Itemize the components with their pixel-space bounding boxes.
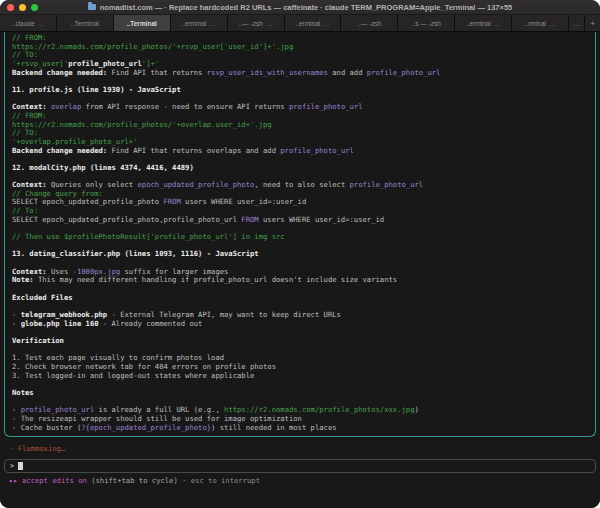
terminal-line: 3. Test logged-in and logged-out states … xyxy=(12,372,588,381)
terminal-content[interactable]: // FROM:https://r2.nomads.com/profile_ph… xyxy=(0,32,600,508)
tab[interactable]: ..Terminal xyxy=(57,15,114,31)
tab-label: ..claude xyxy=(12,20,35,27)
text-segment: Find API that returns overlaps and add xyxy=(107,146,280,155)
tab[interactable]: ..— -zsh xyxy=(341,15,398,31)
tab-bar: ..claude…..Terminal..Terminal..erminal….… xyxy=(0,15,600,32)
text-segment: Context: xyxy=(12,180,47,189)
zoom-window-button[interactable] xyxy=(31,4,38,11)
terminal-line: Context: overlap from API response - nee… xyxy=(12,103,588,112)
tab[interactable]: ..erminal… xyxy=(455,15,512,31)
text-segment: https://r2.nomads.com/profile_photos/'+r… xyxy=(12,42,293,51)
tab-overflow-indicator[interactable]: … xyxy=(569,15,585,31)
tab-activity-indicator: … xyxy=(323,20,330,27)
text-segment: Note: xyxy=(12,275,34,284)
text-segment: globe.php line 160 xyxy=(21,319,99,328)
text-segment: https://r2.nomads.com/profile_photos/'+o… xyxy=(12,120,272,129)
terminal-line: 12. modalCity.php (lines 4374, 4416, 448… xyxy=(12,164,588,173)
terminal-line: Verification xyxy=(12,337,588,346)
text-segment: - Cache buster ( xyxy=(12,423,81,432)
text-segment: epoch_updated_profile_photo xyxy=(138,180,255,189)
tab-label: ..erminal xyxy=(181,20,206,27)
tab-activity-indicator: … xyxy=(209,20,216,27)
text-segment: from API response - need to ensure API r… xyxy=(81,102,289,111)
terminal-line: - globe.php line 160 - Already commented… xyxy=(12,320,588,329)
terminal-line xyxy=(12,328,588,337)
text-segment: // To: xyxy=(12,206,38,215)
tab-label: ..— -zsh xyxy=(357,20,381,27)
terminal-line: - Cache buster (?{epoch_updated_profile_… xyxy=(12,424,588,433)
text-segment: FROM xyxy=(241,215,258,224)
spinner-status: · Flummoxing… xyxy=(9,445,600,454)
tab[interactable]: ..erminal… xyxy=(285,15,342,31)
text-segment: Backend change needed: xyxy=(12,68,107,77)
text-segment: profile_photo_url xyxy=(289,102,363,111)
text-segment: https://r2.nomads.com/profile_photos/xxx… xyxy=(224,405,414,414)
text-segment: ?{epoch_updated_profile_photo} xyxy=(81,423,211,432)
terminal-line: https://r2.nomads.com/profile_photos/'+o… xyxy=(12,121,588,130)
terminal-line: Backend change needed: Find API that ret… xyxy=(12,147,588,156)
tab[interactable]: ..erminal… xyxy=(171,15,228,31)
text-segment: Context: xyxy=(12,267,47,276)
terminal-line: Excluded Files xyxy=(12,294,588,303)
text-segment: users WHERE user_id=:user_id xyxy=(181,197,307,206)
text-segment: // Then use $profilePhotoResult['profile… xyxy=(12,232,285,241)
claude-plan-box: // FROM:https://r2.nomads.com/profile_ph… xyxy=(4,32,596,437)
tab[interactable]: ..rminal… xyxy=(512,15,569,31)
tab-activity-indicator: … xyxy=(494,20,501,27)
text-segment: - The resizeapi wrapper should still be … xyxy=(12,414,302,423)
text-segment: // TO: xyxy=(12,128,38,137)
terminal-line xyxy=(12,285,588,294)
text-segment: 2. Check browser network tab for 404 err… xyxy=(12,362,276,371)
text-segment: · esc to interrupt xyxy=(178,476,260,485)
tab[interactable]: ..s — -zsh xyxy=(398,15,455,31)
text-segment: suffix for larger images xyxy=(120,267,228,276)
tab-label: ..erminal xyxy=(295,20,320,27)
close-window-button[interactable] xyxy=(7,4,14,11)
tab-label: ..erminal xyxy=(466,20,491,27)
text-segment: - xyxy=(12,319,21,328)
new-tab-button[interactable]: + xyxy=(585,15,600,31)
text-segment: telegram_webhook.php xyxy=(21,310,108,319)
text-segment: profile_photo_url xyxy=(350,180,424,189)
text-segment: and add xyxy=(328,68,367,77)
text-segment: profile_photo_url xyxy=(367,68,441,77)
text-segment: Verification xyxy=(12,336,64,345)
text-segment: profile_photo_url xyxy=(68,59,142,68)
folder-icon xyxy=(88,4,96,10)
text-segment: Backend change needed: xyxy=(12,146,107,155)
terminal-line: Backend change needed: Find API that ret… xyxy=(12,69,588,78)
tab-active[interactable]: ..Terminal xyxy=(114,15,171,31)
text-segment: Find API that returns xyxy=(107,68,207,77)
text-segment: profile_photo_url xyxy=(21,405,95,414)
text-segment: Context: xyxy=(12,102,47,111)
text-segment: users WHERE user_id=:user_id xyxy=(259,215,385,224)
text-cursor xyxy=(18,462,23,470)
text-segment: ) still needed in most places xyxy=(211,423,337,432)
text-segment: 12. modalCity.php (lines 4374, 4416, 448… xyxy=(12,163,194,172)
text-segment: - Already commented out xyxy=(99,319,203,328)
text-segment: 1. Test each page visually to confirm ph… xyxy=(12,353,224,362)
text-segment: - External Telegram API, may want to kee… xyxy=(107,310,341,319)
text-segment: 3. Test logged-in and logged-out states … xyxy=(12,371,254,380)
text-segment: FROM xyxy=(163,197,180,206)
tab[interactable]: ..claude… xyxy=(0,15,57,31)
minimize-window-button[interactable] xyxy=(19,4,26,11)
tab-activity-indicator: … xyxy=(266,20,273,27)
text-segment: 13. dating_classifier.php (lines 1093, 1… xyxy=(12,249,259,258)
text-segment: -1000px.jpg xyxy=(73,267,121,276)
tab-label: ..Terminal xyxy=(127,20,157,27)
prompt-chevron: > xyxy=(10,462,14,471)
prompt-input-box[interactable]: > xyxy=(4,459,596,473)
text-segment: ▸▸ accept edits on xyxy=(9,476,87,485)
terminal-line: SELECT epoch_updated_profile_photo,profi… xyxy=(12,216,588,225)
title-bar: nomadlist.com — · Replace hardcoded R2 U… xyxy=(0,0,600,15)
text-segment: profile_photo_url xyxy=(280,146,354,155)
window-title: nomadlist.com — · Replace hardcoded R2 U… xyxy=(88,3,512,12)
tab[interactable]: ..— -zsh… xyxy=(228,15,285,31)
terminal-window: nomadlist.com — · Replace hardcoded R2 U… xyxy=(0,0,600,508)
text-segment: // FROM: xyxy=(12,33,47,42)
traffic-lights xyxy=(7,4,38,11)
text-segment: 11. profile.js (line 1930) - JavaScript xyxy=(12,85,181,94)
terminal-line: Note: This may need different handling i… xyxy=(12,276,588,285)
tab-activity-indicator: … xyxy=(549,20,556,27)
